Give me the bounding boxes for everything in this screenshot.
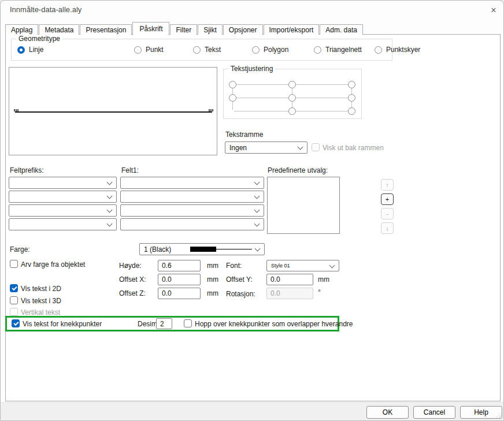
help-button[interactable]: Help bbox=[460, 406, 502, 419]
window-title: Innmålte-data-alle.aly bbox=[10, 5, 81, 14]
hoyde-unit: mm bbox=[207, 262, 218, 270]
offset-y-input[interactable] bbox=[266, 274, 313, 285]
dialog-window: Innmålte-data-alle.aly × Applag Metadata… bbox=[0, 0, 504, 421]
radio-linje-label: Linje bbox=[29, 46, 43, 54]
chevron-down-icon bbox=[329, 263, 335, 269]
preview-line bbox=[15, 111, 212, 113]
tab-adm-data[interactable]: Adm. data bbox=[320, 24, 363, 35]
vis-tekst-3d-checkbox[interactable] bbox=[10, 296, 18, 304]
visk-ut-checkbox[interactable] bbox=[312, 143, 320, 151]
tekstramme-label: Tekstramme bbox=[225, 131, 263, 139]
predefinerte-utvalg-listbox[interactable] bbox=[267, 177, 340, 234]
hopp-over-checkbox[interactable] bbox=[184, 319, 192, 327]
radio-punktskyer[interactable]: Punktskyer bbox=[375, 46, 420, 54]
tab-filter[interactable]: Filter bbox=[170, 24, 197, 35]
farge-combo[interactable]: 1 (Black) bbox=[139, 243, 265, 255]
geometritype-group: Geometritype Linje Punkt Tekst Polygon T… bbox=[11, 39, 392, 61]
tab-sjikt[interactable]: Sjikt bbox=[198, 24, 223, 35]
dialog-footer: OK Cancel Help bbox=[1, 402, 504, 421]
preview-label-right bbox=[209, 109, 214, 111]
radio-icon bbox=[375, 46, 382, 54]
felt1-combo-3[interactable] bbox=[120, 204, 264, 217]
offset-y-unit: mm bbox=[318, 275, 329, 284]
radio-polygon[interactable]: Polygon bbox=[252, 46, 288, 54]
farge-label: Farge: bbox=[10, 245, 30, 254]
tab-paaskrift[interactable]: Påskrift bbox=[132, 22, 169, 35]
tab-import-eksport[interactable]: Import/eksport bbox=[264, 24, 320, 35]
felt1-combo-4[interactable] bbox=[120, 218, 264, 230]
rotasjon-unit: ° bbox=[318, 288, 321, 296]
vis-tekst-2d-label: Vis tekst i 2D bbox=[21, 285, 61, 293]
tab-applag[interactable]: Applag bbox=[5, 24, 38, 35]
radio-icon bbox=[314, 46, 321, 54]
tekstjustering-radio-top-right[interactable] bbox=[348, 81, 355, 88]
close-icon[interactable]: × bbox=[487, 4, 500, 17]
text-preview-canvas bbox=[9, 67, 217, 155]
felt1-combo-1[interactable] bbox=[120, 177, 264, 189]
radio-punkt[interactable]: Punkt bbox=[134, 46, 164, 54]
felt1-combo-2[interactable] bbox=[120, 191, 264, 203]
tekstjustering-radio-middle-right[interactable] bbox=[348, 94, 355, 102]
offset-z-input[interactable] bbox=[158, 288, 201, 299]
tekstjustering-radio-top-center[interactable] bbox=[288, 81, 296, 88]
hoyde-input[interactable] bbox=[158, 260, 201, 271]
tab-presentasjon[interactable]: Presentasjon bbox=[80, 24, 132, 35]
tekstramme-value: Ingen bbox=[229, 144, 247, 152]
tab-opsjoner[interactable]: Opsjoner bbox=[223, 24, 263, 35]
cancel-button[interactable]: Cancel bbox=[413, 406, 455, 419]
tekstjustering-radio-middle-center[interactable] bbox=[288, 94, 296, 102]
radio-selected-icon bbox=[17, 46, 25, 54]
ok-button[interactable]: OK bbox=[366, 406, 409, 419]
tekstjustering-label: Tekstjustering bbox=[228, 65, 275, 73]
desimaler-input[interactable] bbox=[156, 318, 172, 329]
font-combo[interactable]: Style 01 bbox=[266, 260, 339, 271]
font-label: Font: bbox=[226, 262, 242, 270]
chevron-down-icon bbox=[107, 222, 112, 227]
move-down-button[interactable]: ↓ bbox=[381, 222, 394, 234]
radio-triangelnett[interactable]: Triangelnett bbox=[314, 46, 362, 54]
farge-value: 1 (Black) bbox=[144, 245, 171, 254]
offset-x-input[interactable] bbox=[158, 274, 201, 285]
feltprefiks-combo-4[interactable] bbox=[9, 218, 117, 230]
tab-metadata[interactable]: Metadata bbox=[39, 24, 79, 35]
offset-x-label: Offset X: bbox=[119, 275, 146, 284]
chevron-down-icon bbox=[254, 222, 260, 227]
arv-farge-checkbox[interactable] bbox=[10, 260, 18, 268]
remove-button[interactable]: - bbox=[381, 208, 394, 219]
feltprefiks-combo-3[interactable] bbox=[9, 204, 117, 217]
hoyde-label: Høyde: bbox=[119, 262, 142, 270]
tekstjustering-grid bbox=[229, 81, 355, 115]
feltprefiks-combo-2[interactable] bbox=[9, 191, 117, 203]
visk-ut-label: Visk ut bak rammen bbox=[323, 144, 384, 152]
offset-z-unit: mm bbox=[207, 289, 218, 297]
color-swatch bbox=[190, 247, 216, 252]
feltprefiks-label: Feltprefiks: bbox=[10, 166, 44, 174]
move-up-button[interactable]: ↑ bbox=[381, 179, 394, 191]
radio-punktskyer-label: Punktskyer bbox=[386, 46, 420, 54]
chevron-down-icon bbox=[255, 247, 260, 252]
tekstjustering-radio-bottom-right[interactable] bbox=[348, 107, 355, 115]
radio-linje[interactable]: Linje bbox=[17, 46, 43, 54]
tekstjustering-radio-top-left[interactable] bbox=[229, 81, 236, 88]
offset-x-unit: mm bbox=[207, 275, 218, 284]
tekstjustering-radio-bottom-center[interactable] bbox=[288, 107, 296, 115]
radio-icon bbox=[134, 46, 142, 54]
predefinerte-utvalg-label: Predefinerte utvalg: bbox=[268, 166, 328, 174]
radio-tekst[interactable]: Tekst bbox=[193, 46, 221, 54]
radio-triangelnett-label: Triangelnett bbox=[325, 46, 362, 54]
vis-knekkpunkter-checkbox[interactable] bbox=[12, 319, 20, 327]
offset-z-label: Offset Z: bbox=[119, 289, 146, 297]
offset-y-label: Offset Y: bbox=[226, 275, 253, 284]
tekstjustering-radio-middle-left[interactable] bbox=[229, 94, 236, 102]
vis-knekkpunkter-label: Vis tekst for knekkpunkter bbox=[23, 320, 102, 328]
add-button[interactable]: + bbox=[381, 193, 394, 205]
font-value: Style 01 bbox=[271, 263, 290, 269]
radio-icon bbox=[193, 46, 201, 54]
feltprefiks-combo-1[interactable] bbox=[9, 177, 117, 189]
arv-farge-label: Arv farge fra objektet bbox=[21, 260, 85, 269]
vertikal-tekst-label: Vertikal tekst bbox=[21, 308, 60, 316]
color-line bbox=[216, 249, 252, 249]
rotasjon-input bbox=[266, 288, 313, 299]
vis-tekst-2d-checkbox[interactable] bbox=[10, 284, 18, 292]
tekstramme-combo[interactable]: Ingen bbox=[225, 141, 307, 154]
